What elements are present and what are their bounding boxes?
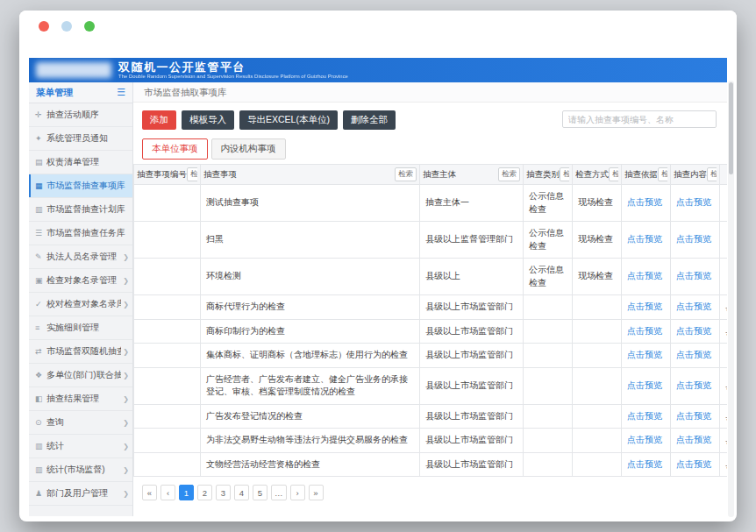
sidebar-item[interactable]: ⇄市场监督双随机抽查❯ [29,340,132,364]
vertical-scrollbar[interactable] [728,81,734,517]
content-preview-link[interactable]: 点击预览 [676,271,711,280]
basis-preview-link[interactable]: 点击预览 [627,301,662,311]
items-table-wrap: 抽查事项编号检索抽查事项检索抽查主体检索抽查类别检索检查方式检索抽查依据检索抽查… [133,164,727,477]
cell-subject: 县级以上 [420,259,524,295]
basis-preview-link[interactable]: 点击预览 [627,271,662,280]
column-search-button[interactable]: 检索 [609,167,618,181]
sidebar-item[interactable]: ❖多单位(部门)联合抽查❯ [29,364,132,387]
sidebar-item[interactable]: ☰市场监督抽查任务库 [29,222,132,245]
sidebar-item[interactable]: ✓校对检查对象名录库❯ [29,293,132,316]
column-header: 检查方式检索 [573,165,622,185]
sidebar-item[interactable]: ✦系统管理员通知 [29,127,132,151]
tab-own-unit[interactable]: 本单位事项 [142,138,208,160]
content-preview-link[interactable]: 点击预览 [676,380,711,390]
maximize-button[interactable] [84,21,95,32]
cell-code [134,222,201,259]
last-page-button[interactable]: » [309,485,324,500]
sidebar-item[interactable]: ▥统计❯ [29,435,132,458]
cell-content: 点击预览 [671,404,720,429]
cell-extra: 县 [720,452,728,477]
page-button-…[interactable]: … [271,485,287,500]
sidebar-item[interactable]: ▥市场监督抽查计划库 [29,198,132,222]
basis-preview-link[interactable]: 点击预览 [627,350,662,359]
cell-category [524,404,573,429]
content-preview-link[interactable]: 点击预览 [676,197,711,207]
page-button-5[interactable]: 5 [253,485,267,500]
delete-all-button[interactable]: 删除全部 [343,110,396,130]
content-preview-link[interactable]: 点击预览 [676,459,711,469]
cell-content: 点击预览 [671,367,720,404]
export-excel-button[interactable]: 导出EXCEL(本单位) [239,110,338,130]
sidebar-item-label: 检查对象名录管理 [46,274,121,287]
column-label: 抽查内容 [674,169,707,181]
sidebar-item[interactable]: ⊙查询❯ [29,411,132,435]
content-preview-link[interactable]: 点击预览 [676,435,711,444]
content-preview-link[interactable]: 点击预览 [676,411,711,421]
cell-subject: 县级以上市场监管部门 [420,295,524,320]
content-preview-link[interactable]: 点击预览 [676,326,711,336]
page-button-1[interactable]: 1 [179,485,194,500]
page-button-3[interactable]: 3 [216,485,231,500]
sidebar-item[interactable]: ▣检查对象名录管理❯ [29,269,132,293]
close-button[interactable] [39,21,49,32]
basis-preview-link[interactable]: 点击预览 [627,197,662,207]
cell-content: 点击预览 [671,429,720,453]
column-search-button[interactable]: 检索 [395,167,417,181]
table-row: 广告发布登记情况的检查县级以上市场监管部门点击预览点击预览县 [134,404,728,429]
column-search-button[interactable]: 检索 [707,167,717,181]
sidebar-item[interactable]: ▤权责清单管理 [29,151,132,174]
cell-extra [720,344,728,368]
add-button[interactable]: 添加 [142,110,176,130]
sidebar-item-label: 多单位(部门)联合抽查 [46,369,121,381]
sidebar-item[interactable]: ♟部门及用户管理❯ [29,482,132,506]
basis-preview-link[interactable]: 点击预览 [627,380,662,390]
search-input[interactable] [562,110,717,128]
column-search-button[interactable]: 检索 [658,167,667,181]
search-icon: ⊙ [35,418,46,427]
table-row: 商标代理行为的检查县级以上市场监管部门点击预览点击预览县 [134,295,728,320]
tab-internal-org[interactable]: 内设机构事项 [211,138,286,160]
pagination: «‹12345…›» [142,485,727,513]
cell-basis: 点击预览 [622,429,671,453]
menu-collapse-icon[interactable]: ☰ [117,87,125,98]
content-preview-link[interactable]: 点击预览 [676,350,711,359]
cell-category: 公示信息检查 [524,259,573,295]
sidebar-item[interactable]: ▥统计(市场监督)❯ [29,458,132,482]
task-library-icon: ☰ [35,229,46,238]
basis-preview-link[interactable]: 点击预览 [627,435,662,444]
list-icon: ▤ [35,158,46,167]
sidebar-item[interactable]: ✛抽查活动顺序 [29,103,132,127]
basis-preview-link[interactable]: 点击预览 [627,326,662,336]
prev-page-button[interactable]: ‹ [160,485,175,500]
column-search-button[interactable]: 检索 [498,167,520,181]
content-preview-link[interactable]: 点击预览 [676,301,711,311]
chevron-right-icon: ❯ [123,372,129,379]
sidebar-item[interactable]: ◧抽查结果管理❯ [29,387,132,411]
sidebar-item-label: 权责清单管理 [46,156,129,168]
basis-preview-link[interactable]: 点击预览 [627,234,662,244]
column-label: 抽查依据 [624,169,658,181]
table-body: 测试抽查事项抽查主体一公示信息检查现场检查点击预览点击预览扫黑县级以上监督管理部… [134,185,728,477]
column-search-button[interactable]: 检索 [187,167,197,181]
template-import-button[interactable]: 模板导入 [182,110,234,130]
next-page-button[interactable]: › [290,485,305,500]
column-header: 抽查主体检索 [420,165,524,185]
cell-item: 为非法交易野生动物等违法行为提供交易服务的检查 [201,429,420,453]
first-page-button[interactable]: « [142,485,157,500]
column-header [720,165,728,185]
column-search-button[interactable]: 检索 [560,167,569,181]
cell-code [134,429,201,453]
scrollbar-thumb[interactable] [729,82,733,174]
page-button-4[interactable]: 4 [234,485,249,500]
minimize-button[interactable] [61,21,72,32]
chevron-right-icon: ❯ [123,395,129,403]
sidebar-item-label: 统计 [46,440,121,452]
page-button-2[interactable]: 2 [197,485,212,500]
sidebar-item[interactable]: ✎执法人员名录管理❯ [29,245,132,269]
basis-preview-link[interactable]: 点击预览 [627,459,662,469]
basis-preview-link[interactable]: 点击预览 [627,411,662,421]
content-preview-link[interactable]: 点击预览 [676,234,711,244]
cell-method: 现场检查 [573,222,622,259]
sidebar-item[interactable]: ▦市场监督抽查事项库 [29,174,132,198]
sidebar-item[interactable]: ≡实施细则管理 [29,316,132,340]
